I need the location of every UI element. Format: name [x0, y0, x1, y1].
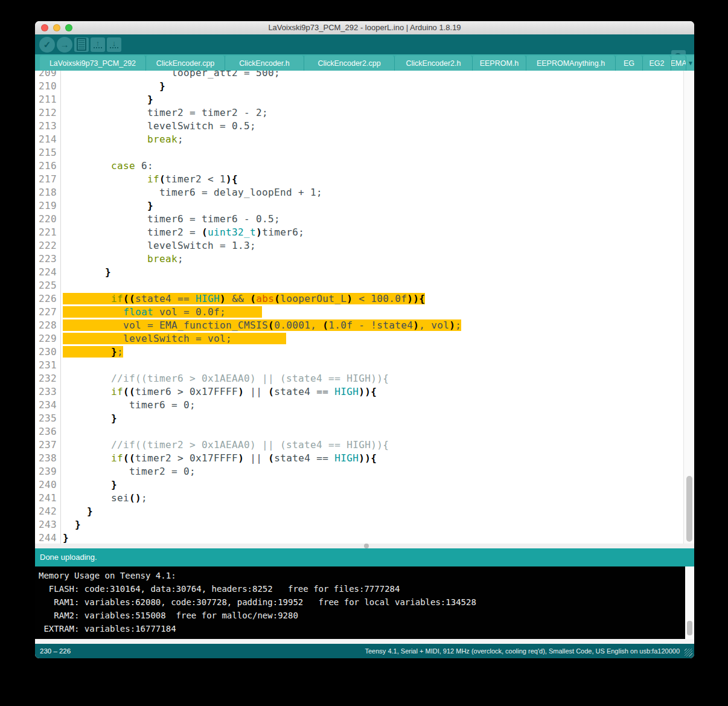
code-line: 222 levelSwitch = 1.3; — [35, 239, 684, 252]
line-number: 211 — [35, 93, 63, 106]
line-number: 212 — [35, 106, 63, 120]
open-button[interactable]: ↑ — [91, 37, 105, 52]
line-range-indicator: 230 – 226 — [40, 644, 71, 658]
code-line: 241 sei(); — [35, 492, 684, 505]
editor-hscrollbar-thumb[interactable] — [364, 544, 369, 548]
resize-grip-icon[interactable] — [685, 649, 692, 656]
toolbar: ✓→↑↓ — [35, 34, 694, 54]
code-line: 242 } — [35, 505, 684, 518]
editor-horizontal-scrollbar[interactable] — [35, 544, 694, 548]
title-bar: LaVoixski9p73_PCM_292 - looperL.ino | Ar… — [35, 21, 694, 35]
line-number: 214 — [35, 133, 63, 146]
code-text: } — [63, 200, 153, 211]
code-line: 243 } — [35, 518, 684, 531]
verify-button[interactable]: ✓ — [39, 37, 55, 53]
line-number: 219 — [35, 199, 63, 213]
code-line: 220 timer6 = timer6 - 0.5; — [35, 213, 684, 226]
code-line: 214 break; — [35, 133, 684, 146]
tab-LaVoixski9p73_PCM_292[interactable]: LaVoixski9p73_PCM_292 — [40, 56, 146, 71]
tab-EEPROM.h[interactable]: EEPROM.h — [473, 56, 526, 71]
tab-ClickEncoder2.cpp[interactable]: ClickEncoder2.cpp — [304, 56, 395, 71]
code-line: 218 timer6 = delay_loopEnd + 1; — [35, 186, 684, 199]
line-number: 227 — [35, 306, 63, 319]
line-number: 217 — [35, 173, 63, 186]
console-scrollbar-thumb[interactable] — [687, 621, 692, 635]
highlighted-code-text: if((state4 == HIGH) && (abs(looperOut_L)… — [63, 293, 425, 304]
save-button[interactable]: ↓ — [107, 37, 121, 52]
code-line: 209 looper_att2 = 500; — [35, 71, 684, 80]
highlighted-code-text: float vol = 0.0f; — [63, 306, 262, 318]
code-line: 225 — [35, 279, 684, 292]
console-line: Memory Usage on Teensy 4.1: — [39, 569, 685, 582]
console-vertical-scrollbar[interactable] — [685, 566, 694, 639]
line-number: 220 — [35, 213, 63, 226]
line-number: 235 — [35, 412, 63, 425]
line-number: 215 — [35, 146, 63, 159]
toolbar-buttons: ✓→↑↓ — [39, 34, 121, 54]
code-line: 227 float vol = 0.0f; — [35, 306, 684, 319]
code-line: 221 timer2 = (uint32_t)timer6; — [35, 226, 684, 239]
line-number: 231 — [35, 359, 63, 372]
line-number: 223 — [35, 252, 63, 266]
code-text: timer2 = (uint32_t)timer6; — [63, 226, 304, 238]
line-number: 242 — [35, 505, 63, 518]
line-number: 239 — [35, 465, 63, 478]
code-text: timer2 = 0; — [63, 466, 196, 477]
line-number: 213 — [35, 120, 63, 133]
tab-ClickEncoder.cpp[interactable]: ClickEncoder.cpp — [146, 56, 225, 71]
code-line: 244} — [35, 531, 684, 544]
code-line: 210 } — [35, 80, 684, 93]
code-text: if((timer2 > 0x17FFFF) || (state4 == HIG… — [63, 452, 377, 464]
tab-EG2[interactable]: EG2 — [643, 56, 671, 71]
code-line: 238 if((timer2 > 0x17FFFF) || (state4 ==… — [35, 452, 684, 465]
tab-ClickEncoder.h[interactable]: ClickEncoder.h — [225, 56, 304, 71]
editor-scrollbar-thumb[interactable] — [686, 476, 692, 542]
code-line: 228 vol = EMA_function_CMSIS(0.0001, (1.… — [35, 319, 684, 332]
line-number: 210 — [35, 80, 63, 93]
code-text: timer6 = delay_loopEnd + 1; — [63, 187, 322, 198]
line-number: 233 — [35, 385, 63, 399]
code-line: 234 timer6 = 0; — [35, 399, 684, 412]
status-message: Done uploading. — [40, 548, 97, 566]
tab-EEPROMAnything.h[interactable]: EEPROMAnything.h — [526, 56, 616, 71]
editor-vertical-scrollbar[interactable] — [683, 71, 694, 544]
code-text: } — [63, 412, 117, 424]
console-line: FLASH: code:310164, data:30764, headers:… — [39, 582, 685, 595]
code-line: 230 }; — [35, 345, 684, 359]
line-number: 232 — [35, 372, 63, 385]
code-area: 209 looper_att2 = 500;210 }211 }212 time… — [35, 71, 684, 544]
code-editor[interactable]: 209 looper_att2 = 500;210 }211 }212 time… — [35, 71, 694, 544]
tab-list-dropdown-icon[interactable]: ▼ — [686, 56, 694, 71]
highlighted-code-text: }; — [63, 346, 123, 358]
line-number: 221 — [35, 226, 63, 239]
document-icon — [77, 38, 86, 51]
arduino-ide-window: LaVoixski9p73_PCM_292 - looperL.ino | Ar… — [35, 21, 694, 658]
code-text: } — [63, 505, 93, 517]
line-number: 222 — [35, 239, 63, 252]
code-text: if((timer6 > 0x17FFFF) || (state4 == HIG… — [63, 386, 377, 397]
tab-ClickEncoder2.h[interactable]: ClickEncoder2.h — [395, 56, 473, 71]
line-number: 216 — [35, 159, 63, 173]
tab-EMA[interactable]: EMA — [671, 56, 686, 71]
code-text: case 6: — [63, 160, 153, 172]
code-line: 213 levelSwitch = 0.5; — [35, 120, 684, 133]
code-line: 237 //if((timer2 > 0x1AEAA0) || (state4 … — [35, 438, 684, 452]
code-text: timer6 = timer6 - 0.5; — [63, 213, 280, 225]
code-line: 216 case 6: — [35, 159, 684, 173]
upload-button[interactable]: → — [57, 37, 72, 53]
code-line: 229 levelSwitch = vol; — [35, 332, 684, 345]
new-sketch-button[interactable] — [74, 37, 89, 52]
tab-EG[interactable]: EG — [616, 56, 643, 71]
line-number: 229 — [35, 332, 63, 345]
line-number: 218 — [35, 186, 63, 199]
line-number: 236 — [35, 425, 63, 438]
code-text: //if((timer2 > 0x1AEAA0) || (state4 == H… — [63, 439, 389, 451]
line-number: 240 — [35, 478, 63, 492]
line-number: 241 — [35, 492, 63, 505]
window-title: LaVoixski9p73_PCM_292 - looperL.ino | Ar… — [35, 21, 694, 34]
code-text: } — [63, 532, 69, 544]
code-line: 240 } — [35, 478, 684, 492]
code-text: //if((timer6 > 0x1AEAA0) || (state4 == H… — [63, 373, 389, 384]
arrow-up-icon: ↑ — [96, 40, 100, 47]
line-number: 244 — [35, 531, 63, 544]
